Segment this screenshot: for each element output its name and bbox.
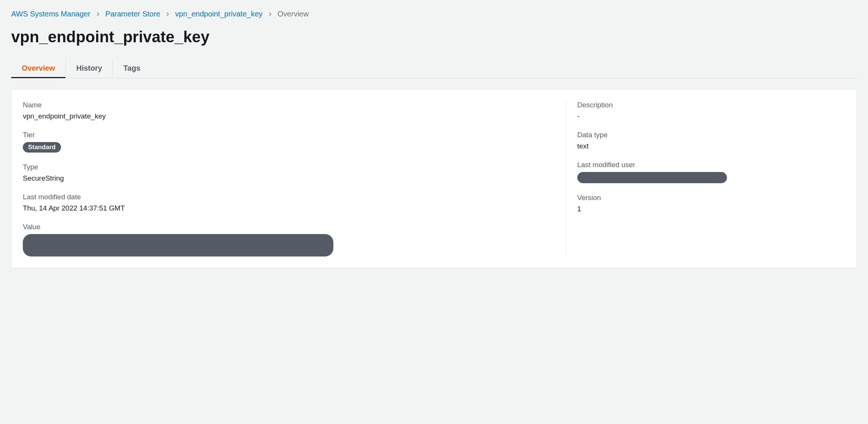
- field-type: Type SecureString: [23, 163, 554, 182]
- field-value-name: vpn_endpoint_private_key: [23, 112, 554, 120]
- tab-overview[interactable]: Overview: [11, 59, 66, 78]
- field-description: Description -: [577, 101, 845, 120]
- field-label-last-modified-user: Last modified user: [577, 161, 845, 169]
- field-value-version: 1: [577, 205, 845, 213]
- chevron-right-icon: [165, 12, 170, 16]
- chevron-right-icon: [96, 12, 100, 16]
- field-value-last-modified-date: Thu, 14 Apr 2022 14:37:51 GMT: [23, 204, 554, 212]
- field-label-description: Description: [577, 101, 845, 109]
- field-value-type: SecureString: [23, 174, 554, 182]
- field-tier: Tier Standard: [23, 131, 554, 153]
- redacted-value: [23, 234, 333, 256]
- page-title: vpn_endpoint_private_key: [11, 28, 857, 46]
- field-label-tier: Tier: [23, 131, 554, 139]
- tab-history[interactable]: History: [66, 59, 113, 78]
- field-label-data-type: Data type: [577, 131, 845, 139]
- field-label-name: Name: [23, 101, 554, 109]
- tabs: Overview History Tags: [11, 59, 857, 78]
- details-panel: Name vpn_endpoint_private_key Tier Stand…: [11, 89, 857, 268]
- field-value-data-type: text: [577, 142, 845, 150]
- field-label-type: Type: [23, 163, 554, 171]
- breadcrumb-link-parameter-name[interactable]: vpn_endpoint_private_key: [175, 10, 263, 18]
- field-value: Value: [23, 223, 554, 256]
- breadcrumb: AWS Systems Manager Parameter Store vpn_…: [11, 10, 857, 18]
- redacted-last-modified-user: [577, 172, 727, 183]
- field-label-value: Value: [23, 223, 554, 231]
- field-name: Name vpn_endpoint_private_key: [23, 101, 554, 120]
- tab-tags[interactable]: Tags: [113, 59, 151, 78]
- field-version: Version 1: [577, 194, 845, 213]
- page-container: AWS Systems Manager Parameter Store vpn_…: [0, 0, 868, 276]
- chevron-right-icon: [268, 12, 272, 16]
- field-label-last-modified-date: Last modified date: [23, 193, 554, 201]
- breadcrumb-link-parameter-store[interactable]: Parameter Store: [106, 10, 161, 18]
- details-column-right: Description - Data type text Last modifi…: [566, 101, 845, 256]
- breadcrumb-link-systems-manager[interactable]: AWS Systems Manager: [11, 10, 91, 18]
- details-column-left: Name vpn_endpoint_private_key Tier Stand…: [23, 101, 566, 256]
- field-value-description: -: [577, 112, 845, 120]
- tier-badge: Standard: [23, 142, 61, 153]
- details-columns: Name vpn_endpoint_private_key Tier Stand…: [23, 101, 845, 256]
- field-last-modified-date: Last modified date Thu, 14 Apr 2022 14:3…: [23, 193, 554, 212]
- field-label-version: Version: [577, 194, 845, 202]
- field-data-type: Data type text: [577, 131, 845, 150]
- field-last-modified-user: Last modified user: [577, 161, 845, 183]
- breadcrumb-current: Overview: [278, 10, 309, 18]
